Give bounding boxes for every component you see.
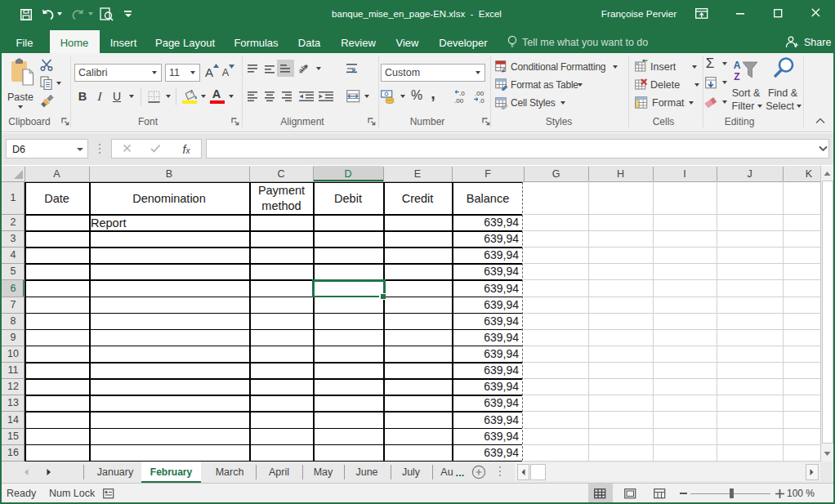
- svg-text:.00: .00: [475, 90, 484, 97]
- svg-text:.0: .0: [479, 97, 484, 104]
- svg-text:≠: ≠: [502, 66, 506, 73]
- svg-text:.00: .00: [454, 97, 464, 104]
- svg-text:.0: .0: [459, 90, 465, 97]
